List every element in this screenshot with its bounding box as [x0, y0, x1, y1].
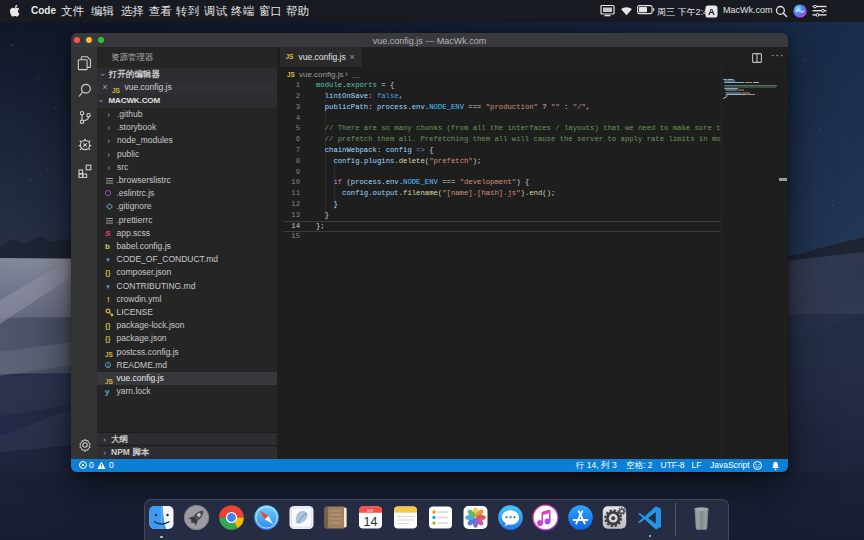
svg-text:8月: 8月	[368, 508, 375, 513]
svg-text:A: A	[708, 5, 715, 16]
svg-text:14: 14	[364, 515, 378, 529]
